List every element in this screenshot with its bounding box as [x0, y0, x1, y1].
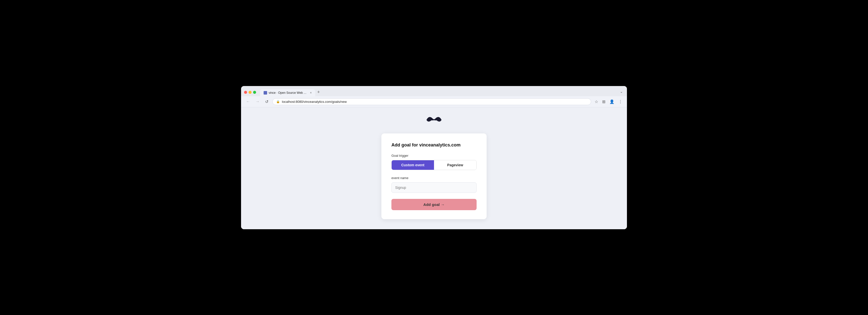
traffic-lights: [244, 91, 256, 94]
modal-card: Add goal for vinceanalytics.com Goal tri…: [381, 134, 487, 219]
tab-close-icon[interactable]: ×: [310, 91, 312, 94]
event-name-label: event name: [392, 176, 476, 180]
goal-trigger-label: Goal trigger: [392, 154, 476, 158]
modal-title: Add goal for vinceanalytics.com: [392, 142, 476, 148]
profile-icon[interactable]: 👤: [609, 98, 615, 105]
maximize-button[interactable]: [253, 91, 256, 94]
event-name-input[interactable]: [392, 182, 476, 193]
nav-actions: ☆ ⊞ 👤 ⋮: [594, 98, 623, 105]
custom-event-button[interactable]: Custom event: [392, 160, 434, 170]
logo-area: [424, 112, 444, 126]
new-tab-button[interactable]: +: [315, 89, 322, 96]
tab-favicon-icon: [264, 91, 267, 94]
minimize-button[interactable]: [249, 91, 252, 94]
close-button[interactable]: [244, 91, 247, 94]
page-content: Add goal for vinceanalytics.com Goal tri…: [241, 107, 627, 229]
title-bar-right: ⌄: [619, 89, 624, 96]
forward-button[interactable]: →: [254, 98, 261, 105]
active-tab[interactable]: vince · Open Source Web Ana… ×: [260, 89, 315, 96]
site-logo: [424, 112, 444, 125]
menu-icon[interactable]: ⋮: [617, 98, 623, 105]
back-button[interactable]: ←: [245, 98, 252, 105]
extensions-icon[interactable]: ⊞: [601, 98, 607, 105]
goal-trigger-toggle: Custom event Pageview: [392, 160, 476, 170]
url-input[interactable]: [282, 100, 587, 104]
bookmark-icon[interactable]: ☆: [594, 98, 599, 105]
reload-button[interactable]: ↺: [264, 98, 270, 105]
address-bar[interactable]: 🔒: [272, 98, 591, 105]
tab-title: vince · Open Source Web Ana…: [269, 91, 308, 94]
lock-icon: 🔒: [276, 100, 280, 103]
nav-bar: ← → ↺ 🔒 ☆ ⊞ 👤 ⋮: [241, 96, 627, 107]
tab-bar: vince · Open Source Web Ana… × +: [260, 89, 617, 96]
title-bar: vince · Open Source Web Ana… × + ⌄: [241, 86, 627, 96]
add-goal-button[interactable]: Add goal →: [392, 199, 476, 210]
browser-window: vince · Open Source Web Ana… × + ⌄ ← → ↺…: [241, 86, 627, 229]
pageview-button[interactable]: Pageview: [434, 160, 476, 170]
dropdown-icon[interactable]: ⌄: [619, 89, 624, 94]
